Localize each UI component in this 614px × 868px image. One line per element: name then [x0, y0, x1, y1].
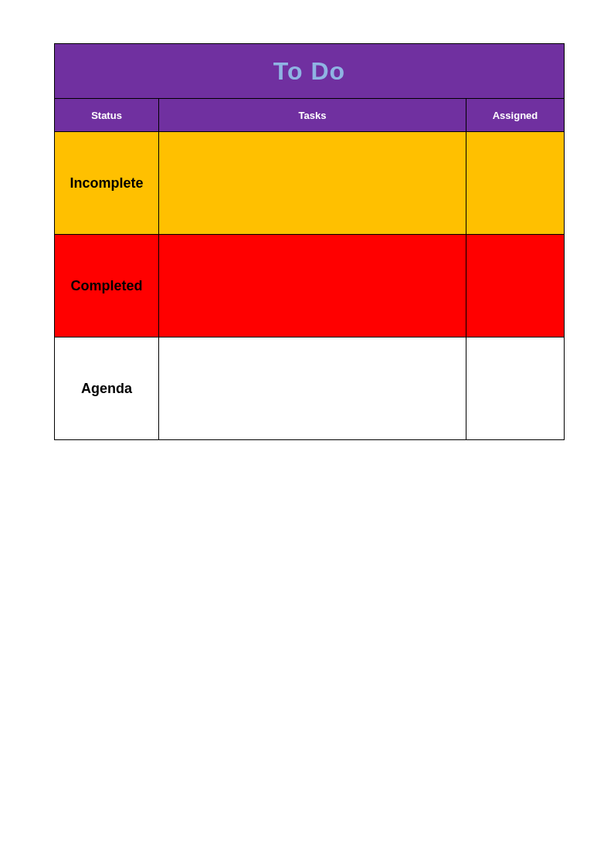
tasks-cell: [159, 132, 466, 235]
tasks-cell: [159, 235, 466, 337]
col-header-assigned: Assigned: [466, 99, 565, 132]
table-row: Incomplete: [55, 132, 565, 235]
col-header-tasks: Tasks: [159, 99, 466, 132]
status-cell: Completed: [55, 235, 159, 337]
page: To Do Status Tasks Assigned Incomplete C…: [0, 0, 614, 868]
header-row: Status Tasks Assigned: [55, 99, 565, 132]
assigned-cell: [466, 337, 565, 440]
todo-table: To Do Status Tasks Assigned Incomplete C…: [54, 43, 565, 440]
status-cell: Agenda: [55, 337, 159, 440]
table-title: To Do: [273, 57, 345, 85]
tasks-cell: [159, 337, 466, 440]
title-cell: To Do: [55, 44, 565, 99]
status-cell: Incomplete: [55, 132, 159, 235]
assigned-cell: [466, 132, 565, 235]
col-header-status: Status: [55, 99, 159, 132]
assigned-cell: [466, 235, 565, 337]
title-row: To Do: [55, 44, 565, 99]
table-row: Agenda: [55, 337, 565, 440]
table-row: Completed: [55, 235, 565, 337]
